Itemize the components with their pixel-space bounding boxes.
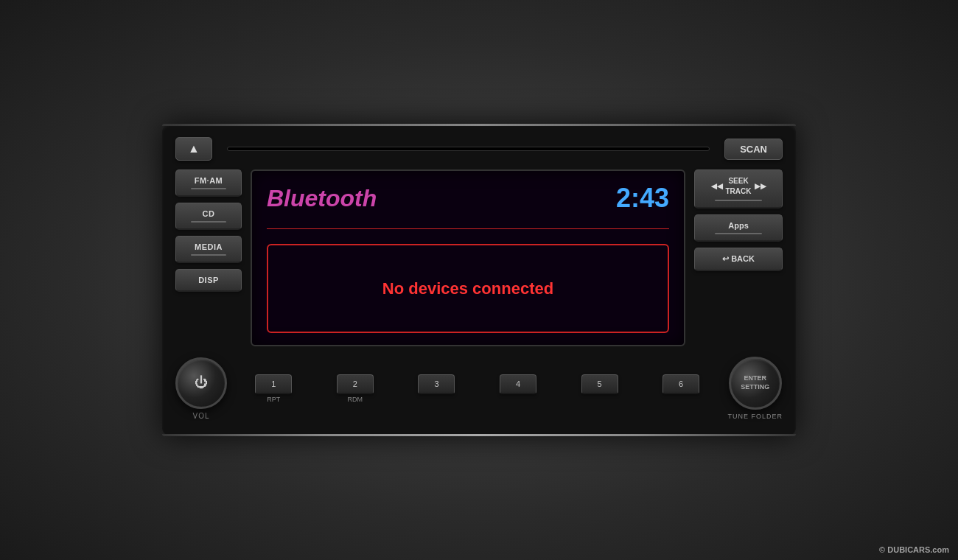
preset-1-button[interactable]: 1 xyxy=(255,374,292,394)
red-divider xyxy=(267,228,669,229)
preset-6-container: 6 xyxy=(662,374,699,396)
preset-buttons-group: 1 RPT 2 RDM 3 4 5 xyxy=(233,374,721,403)
car-panel-background: ▲ SCAN FM·AM CD MEDIA xyxy=(0,0,958,560)
preset-2-button[interactable]: 2 xyxy=(337,374,374,394)
seek-underline xyxy=(715,200,762,201)
seek-next-icon: ▶▶ xyxy=(755,181,766,192)
cd-underline xyxy=(191,221,226,223)
preset-2-container: 2 RDM xyxy=(337,374,374,403)
head-unit: ▲ SCAN FM·AM CD MEDIA xyxy=(162,124,796,436)
enter-setting-label: ENTERSETTING xyxy=(741,374,769,391)
cd-button[interactable]: CD xyxy=(175,203,242,230)
seek-track-button[interactable]: ◀◀ SEEKTRACK ▶▶ xyxy=(694,169,783,209)
display-screen: Bluetooth 2:43 No devices connected xyxy=(251,169,685,346)
no-devices-message: No devices connected xyxy=(382,279,553,298)
enter-setting-knob-container: ENTERSETTING TUNE FOLDER xyxy=(727,357,783,420)
media-underline xyxy=(191,254,226,256)
scan-button[interactable]: SCAN xyxy=(724,139,783,160)
back-button[interactable]: ↩ BACK xyxy=(694,248,783,271)
main-row: FM·AM CD MEDIA DISP Bluetooth xyxy=(175,169,783,346)
disp-button[interactable]: DISP xyxy=(175,269,242,292)
no-devices-box: No devices connected xyxy=(267,244,669,333)
preset-1-sub: RPT xyxy=(267,396,280,403)
enter-setting-knob[interactable]: ENTERSETTING xyxy=(729,357,782,410)
screen-top-bar: Bluetooth 2:43 xyxy=(267,183,669,214)
top-row: ▲ SCAN xyxy=(175,137,783,161)
preset-4-container: 4 xyxy=(500,374,536,396)
preset-2-sub: RDM xyxy=(348,396,363,403)
right-buttons-panel: ◀◀ SEEKTRACK ▶▶ Apps ↩ BACK xyxy=(694,169,783,346)
fm-am-button[interactable]: FM·AM xyxy=(175,169,242,197)
preset-5-container: 5 xyxy=(581,374,618,396)
cd-slot xyxy=(227,147,710,151)
fm-am-underline xyxy=(191,188,226,189)
power-icon: ⏻ xyxy=(195,375,208,391)
apps-button[interactable]: Apps xyxy=(694,214,783,242)
seek-track-label: SEEKTRACK xyxy=(726,176,752,197)
volume-knob[interactable]: ⏻ xyxy=(175,357,227,409)
time-display: 2:43 xyxy=(616,183,669,214)
preset-3-button[interactable]: 3 xyxy=(418,374,455,394)
bottom-row: ⏻ VOL 1 RPT 2 RDM 3 4 xyxy=(175,357,783,420)
chrome-trim-bottom xyxy=(162,434,796,436)
seek-prev-icon: ◀◀ xyxy=(711,181,723,192)
vol-label: VOL xyxy=(192,412,209,420)
watermark: © DUBICARS.com xyxy=(879,545,949,554)
media-button[interactable]: MEDIA xyxy=(175,236,242,263)
eject-button[interactable]: ▲ xyxy=(175,137,212,161)
preset-3-container: 3 xyxy=(418,374,455,396)
apps-underline xyxy=(715,233,762,234)
tune-folder-label: TUNE FOLDER xyxy=(727,413,783,420)
left-buttons-panel: FM·AM CD MEDIA DISP xyxy=(175,169,242,346)
preset-4-button[interactable]: 4 xyxy=(500,374,536,394)
seek-track-inner: ◀◀ SEEKTRACK ▶▶ xyxy=(699,176,777,197)
source-label: Bluetooth xyxy=(267,185,377,212)
preset-6-button[interactable]: 6 xyxy=(662,374,699,394)
preset-1-container: 1 RPT xyxy=(255,374,292,403)
chrome-trim-top xyxy=(162,124,796,126)
volume-knob-container: ⏻ VOL xyxy=(175,357,227,420)
preset-5-button[interactable]: 5 xyxy=(581,374,618,394)
